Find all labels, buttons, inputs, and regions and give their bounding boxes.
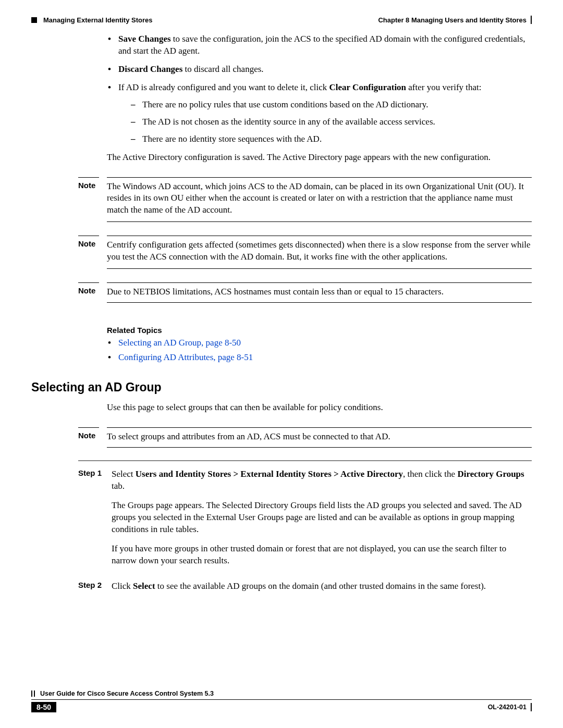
bullet-discard-bold: Discard Changes xyxy=(118,64,182,74)
s1-mid: , then click the xyxy=(403,469,457,479)
note-2-label: Note xyxy=(78,236,99,248)
header-chapter: Chapter 8 Managing Users and Identity St… xyxy=(378,16,527,24)
bullet-clear: If AD is already configured and you want… xyxy=(107,82,532,145)
bullet-save-bold: Save Changes xyxy=(118,34,171,44)
related-link-2-item: Configuring AD Attributes, page 8-51 xyxy=(107,352,532,363)
note-4: Note To select groups and attributes fro… xyxy=(78,427,532,448)
related-links: Selecting an AD Group, page 8-50 Configu… xyxy=(107,338,532,363)
footer-guide: User Guide for Cisco Secure Access Contr… xyxy=(40,690,214,697)
bullet-save-rest: to save the configuration, join the ACS … xyxy=(118,34,525,56)
note-4-body: To select groups and attributes from an … xyxy=(107,427,532,448)
related-link-1-item: Selecting an AD Group, page 8-50 xyxy=(107,338,532,348)
s2-pre: Click xyxy=(112,581,133,591)
page-footer: User Guide for Cisco Secure Access Contr… xyxy=(31,690,532,712)
page-number: 8-50 xyxy=(31,702,56,712)
step-2-body: Click Select to see the available AD gro… xyxy=(112,581,532,600)
step-2: Step 2 Click Select to see the available… xyxy=(78,581,532,600)
note-3-body: Due to NETBIOS limitations, ACS hostname… xyxy=(107,282,532,303)
sub-3: There are no identity store sequences wi… xyxy=(131,133,532,145)
header-square-icon xyxy=(31,17,37,23)
note-1-label: Note xyxy=(78,177,99,190)
step-1-body: Select Users and Identity Stores > Exter… xyxy=(112,468,532,574)
bullet-discard: Discard Changes to discard all changes. xyxy=(107,64,532,76)
footer-bar-icon xyxy=(531,703,532,711)
s1-post: tab. xyxy=(112,481,125,491)
bullet-discard-rest: to discard all changes. xyxy=(182,64,263,74)
para-saved: The Active Directory configuration is sa… xyxy=(107,152,532,164)
note-1: Note The Windows AD account, which joins… xyxy=(78,177,532,223)
step-1: Step 1 Select Users and Identity Stores … xyxy=(78,468,532,574)
note-3-label-col: Note xyxy=(78,282,107,303)
note-1-body: The Windows AD account, which joins ACS … xyxy=(107,177,532,223)
step-divider xyxy=(78,460,532,461)
sub-2: The AD is not chosen as the identity sou… xyxy=(131,116,532,128)
step-1-label: Step 1 xyxy=(78,468,112,574)
s1-pre: Select xyxy=(112,469,136,479)
note-1-label-col: Note xyxy=(78,177,107,223)
step-2-label: Step 2 xyxy=(78,581,112,600)
step-1-p3: If you have more groups in other trusted… xyxy=(112,543,532,567)
related-heading: Related Topics xyxy=(107,326,532,335)
bullet-clear-bold: Clear Configuration xyxy=(329,82,407,92)
header-bar-icon xyxy=(531,16,532,24)
related-link-2[interactable]: Configuring AD Attributes, page 8-51 xyxy=(118,352,253,362)
section-title: Selecting an AD Group xyxy=(31,380,532,394)
steps: Step 1 Select Users and Identity Stores … xyxy=(78,460,532,600)
footer-line2: 8-50 OL-24201-01 xyxy=(31,700,532,712)
note-2-label-col: Note xyxy=(78,236,107,269)
related-link-1[interactable]: Selecting an AD Group, page 8-50 xyxy=(118,338,241,348)
footer-doc: OL-24201-01 xyxy=(488,704,527,711)
header-section: Managing External Identity Stores xyxy=(43,16,153,24)
section-intro: Use this page to select groups that can … xyxy=(107,402,532,414)
s2-bold: Select xyxy=(133,581,155,591)
bullet-clear-post: after you verify that: xyxy=(406,82,481,92)
note-3: Note Due to NETBIOS limitations, ACS hos… xyxy=(78,282,532,303)
s1-bold2: Directory Groups xyxy=(457,469,524,479)
bullet-save: Save Changes to save the configuration, … xyxy=(107,33,532,57)
step-1-p1: Select Users and Identity Stores > Exter… xyxy=(112,468,532,492)
sub-1: There are no policy rules that use custo… xyxy=(131,99,532,111)
note-2: Note Centrify configuration gets affecte… xyxy=(78,236,532,269)
page-header: Managing External Identity Stores Chapte… xyxy=(31,16,532,24)
s2-post: to see the available AD groups on the do… xyxy=(155,581,486,591)
step-1-p2: The Groups page appears. The Selected Di… xyxy=(112,500,532,536)
note-2-body: Centrify configuration gets affected (so… xyxy=(107,236,532,269)
s1-bold1: Users and Identity Stores > External Ide… xyxy=(136,469,403,479)
step-2-p1: Click Select to see the available AD gro… xyxy=(112,581,532,593)
section-body: Use this page to select groups that can … xyxy=(107,402,532,414)
page: Managing External Identity Stores Chapte… xyxy=(0,0,563,728)
clear-sublist: There are no policy rules that use custo… xyxy=(131,99,532,145)
footer-ticks-icon xyxy=(31,690,35,697)
related-block: Related Topics Selecting an AD Group, pa… xyxy=(107,326,532,363)
note-4-label-col: Note xyxy=(78,427,107,448)
note-3-label: Note xyxy=(78,282,99,295)
bullet-clear-pre: If AD is already configured and you want… xyxy=(118,82,329,92)
note-4-label: Note xyxy=(78,427,99,440)
footer-line1: User Guide for Cisco Secure Access Contr… xyxy=(31,690,532,700)
main-content: Save Changes to save the configuration, … xyxy=(107,33,532,164)
action-bullets: Save Changes to save the configuration, … xyxy=(107,33,532,145)
header-left: Managing External Identity Stores xyxy=(31,16,153,24)
header-right: Chapter 8 Managing Users and Identity St… xyxy=(378,16,532,24)
